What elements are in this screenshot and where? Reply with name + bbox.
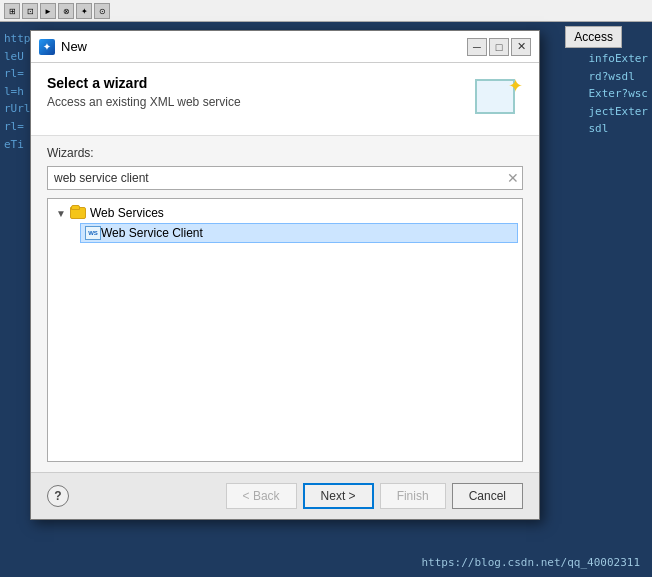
right-line-1: infoExter <box>588 50 648 68</box>
toolbar-icon-5: ✦ <box>76 3 92 19</box>
finish-button[interactable]: Finish <box>380 483 446 509</box>
dialog-body: Select a wizard Access an existing XML w… <box>31 63 539 472</box>
help-button[interactable]: ? <box>47 485 69 507</box>
dialog-titlebar: ✦ New ─ □ ✕ <box>31 31 539 63</box>
right-line-4: jectExter <box>588 103 648 121</box>
toolbar-icon-4: ⊗ <box>58 3 74 19</box>
minimize-button[interactable]: ─ <box>467 38 487 56</box>
tree-item-web-services[interactable]: ▼ Web Services <box>52 203 518 223</box>
tree-item-label-ws-client: Web Service Client <box>101 226 203 240</box>
right-line-3: Exter?wsc <box>588 85 648 103</box>
wizards-section: Wizards: ✕ ▼ Web Services <box>31 136 539 472</box>
ws-client-icon <box>85 226 101 240</box>
search-container: ✕ <box>47 166 523 190</box>
right-line-5: sdl <box>588 120 648 138</box>
close-button[interactable]: ✕ <box>511 38 531 56</box>
dialog-icon: ✦ <box>39 39 55 55</box>
search-input[interactable] <box>47 166 523 190</box>
star-icon: ✦ <box>508 75 523 97</box>
access-button[interactable]: Access <box>565 26 622 48</box>
tree-item-label-web-services: Web Services <box>90 206 164 220</box>
dialog-heading: Select a wizard <box>47 75 241 91</box>
toolbar: ⊞ ⊡ ► ⊗ ✦ ⊙ <box>0 0 652 22</box>
header-icon-area: ✦ <box>475 75 523 123</box>
access-label: Access <box>574 30 613 44</box>
footer-left: ? <box>47 485 69 507</box>
window-controls: ─ □ ✕ <box>467 38 531 56</box>
search-clear-icon[interactable]: ✕ <box>507 170 519 186</box>
right-panel: infoExter rd?wsdl Exter?wsc jectExter sd… <box>588 50 648 138</box>
dialog-subtext: Access an existing XML web service <box>47 95 241 109</box>
wizards-label: Wizards: <box>47 146 523 160</box>
toolbar-icon-1: ⊞ <box>4 3 20 19</box>
footer-buttons: < Back Next > Finish Cancel <box>226 483 523 509</box>
dialog-footer: ? < Back Next > Finish Cancel <box>31 472 539 519</box>
chevron-down-icon: ▼ <box>56 208 70 219</box>
dialog-title-text: New <box>61 39 87 54</box>
new-wizard-dialog: ✦ New ─ □ ✕ Select a wizard Access an ex… <box>30 30 540 520</box>
tree-item-web-service-client[interactable]: Web Service Client <box>80 223 518 243</box>
toolbar-icon-6: ⊙ <box>94 3 110 19</box>
tree-view[interactable]: ▼ Web Services Web Service Client <box>47 198 523 462</box>
dialog-header: Select a wizard Access an existing XML w… <box>31 63 539 136</box>
toolbar-icon-2: ⊡ <box>22 3 38 19</box>
next-button[interactable]: Next > <box>303 483 374 509</box>
dialog-title-area: ✦ New <box>39 39 87 55</box>
back-button[interactable]: < Back <box>226 483 297 509</box>
tree-child-container: Web Service Client <box>52 223 518 243</box>
cancel-button[interactable]: Cancel <box>452 483 523 509</box>
folder-icon <box>70 205 86 221</box>
header-text-area: Select a wizard Access an existing XML w… <box>47 75 241 109</box>
maximize-button[interactable]: □ <box>489 38 509 56</box>
bottom-credit: https://blog.csdn.net/qq_40002311 <box>421 556 640 569</box>
right-line-2: rd?wsdl <box>588 68 648 86</box>
toolbar-icon-3: ► <box>40 3 56 19</box>
